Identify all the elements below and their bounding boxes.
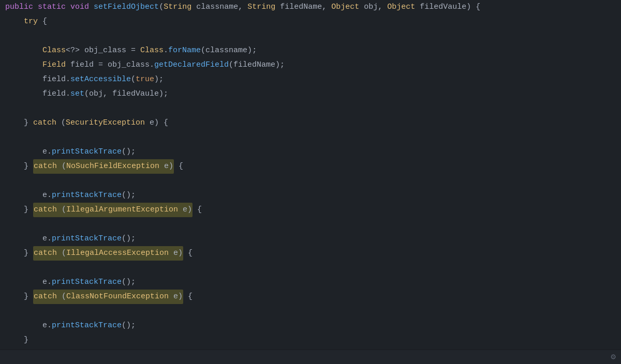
line-catch-illegalarg: } catch (IllegalArgumentException e) { xyxy=(5,203,621,217)
line-empty-3 xyxy=(5,130,621,145)
keyword-static: static xyxy=(38,0,66,14)
keyword-catch-4: catch xyxy=(34,249,57,257)
line-empty-6 xyxy=(5,261,621,275)
line-try: try { xyxy=(5,14,621,29)
keyword-catch-3: catch xyxy=(34,205,57,214)
line-print-2: e.printStackTrace(); xyxy=(5,188,621,203)
method-forname: forName xyxy=(168,43,201,58)
method-printstacktrace-3: printStackTrace xyxy=(52,232,122,246)
line-catch-illegalaccess: } catch (IllegalAccessException e) { xyxy=(5,246,621,261)
line-empty-7 xyxy=(5,304,621,318)
method-setaccessible: setAccessible xyxy=(70,72,131,87)
catch-highlight-3: catch (IllegalArgumentException e) xyxy=(33,203,193,217)
line-catch-classnotfound: } catch (ClassNotFoundException e) { xyxy=(5,290,621,304)
method-printstacktrace-4: printStackTrace xyxy=(52,275,122,290)
status-bar: ⚙ xyxy=(0,350,621,364)
line-print-3: e.printStackTrace(); xyxy=(5,232,621,246)
catch-highlight-5: catch (ClassNotFoundException e) xyxy=(33,290,183,304)
line-empty-2 xyxy=(5,101,621,116)
keyword-catch-5: catch xyxy=(34,292,57,301)
line-print-5: e.printStackTrace(); xyxy=(5,318,621,333)
method-printstacktrace-1: printStackTrace xyxy=(52,145,122,159)
keyword-catch-1: catch xyxy=(33,116,56,130)
line-print-1: e.printStackTrace(); xyxy=(5,145,621,159)
line-print-4: e.printStackTrace(); xyxy=(5,275,621,290)
keyword-try: try xyxy=(24,14,38,29)
line-field-decl: Field field = obj_class.getDeclaredField… xyxy=(5,58,621,72)
method-name: setFieldOjbect xyxy=(94,0,159,14)
method-set: set xyxy=(70,87,84,101)
keyword-public: public xyxy=(5,0,33,14)
catch-highlight-4: catch (IllegalAccessException e) xyxy=(33,246,183,261)
line-empty-4 xyxy=(5,174,621,188)
method-printstacktrace-5: printStackTrace xyxy=(52,318,122,333)
method-getdeclaredfield: getDeclaredField xyxy=(154,58,229,72)
keyword-catch-2: catch xyxy=(34,162,57,171)
catch-highlight-2: catch (NoSuchFieldException e) xyxy=(33,159,174,174)
line-fieldset: field.set(obj, filedVaule); xyxy=(5,87,621,101)
line-setaccessible: field.setAccessible(true); xyxy=(5,72,621,87)
code-content: public static void setFieldOjbect(String… xyxy=(0,0,621,362)
line-empty-5 xyxy=(5,217,621,232)
gear-icon: ⚙ xyxy=(611,352,616,362)
line-close-try: } xyxy=(5,333,621,347)
line-header: public static void setFieldOjbect(String… xyxy=(5,0,621,14)
line-catch-security: } catch (SecurityException e) { xyxy=(5,116,621,130)
keyword-void: void xyxy=(70,0,89,14)
line-catch-nosuchfield: } catch (NoSuchFieldException e) { xyxy=(5,159,621,174)
line-class-decl: Class<?> obj_class = Class.forName(class… xyxy=(5,43,621,58)
keyword-true: true xyxy=(136,72,154,87)
code-editor: public static void setFieldOjbect(String… xyxy=(0,0,621,364)
method-printstacktrace-2: printStackTrace xyxy=(52,188,122,203)
line-empty-1 xyxy=(5,29,621,43)
